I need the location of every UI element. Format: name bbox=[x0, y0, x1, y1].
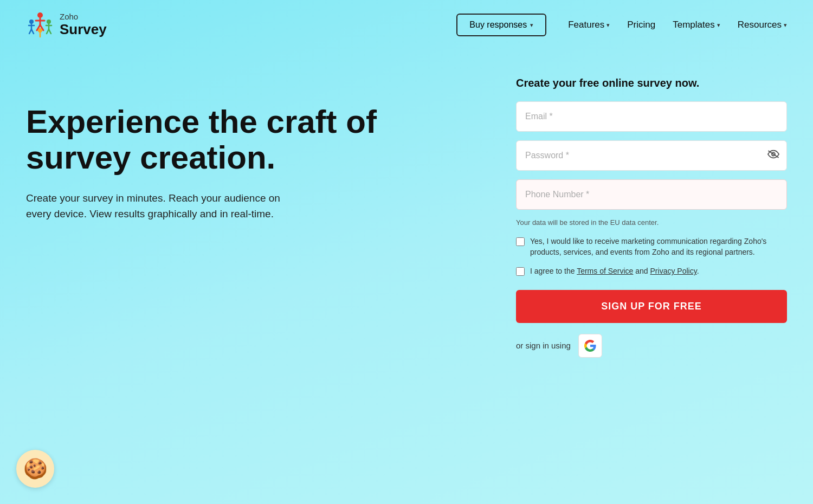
left-panel: Experience the craft of survey creation.… bbox=[26, 72, 483, 222]
main-content: Experience the craft of survey creation.… bbox=[0, 50, 813, 379]
chevron-down-icon: ▾ bbox=[530, 22, 533, 29]
logo-survey-text: Survey bbox=[60, 22, 107, 37]
sign-in-row: or sign in using bbox=[516, 334, 787, 358]
signup-button[interactable]: SIGN UP FOR FREE bbox=[516, 290, 787, 323]
logo[interactable]: Zoho Survey bbox=[26, 10, 107, 40]
nav-templates[interactable]: Templates ▾ bbox=[673, 20, 720, 30]
marketing-label: Yes, I would like to receive marketing c… bbox=[530, 236, 787, 257]
marketing-checkbox[interactable] bbox=[516, 237, 525, 246]
hero-subtitle: Create your survey in minutes. Reach you… bbox=[26, 191, 308, 222]
signup-form: Create your free online survey now. Your… bbox=[516, 72, 787, 358]
email-field-wrapper bbox=[516, 101, 787, 132]
phone-field-wrapper bbox=[516, 179, 787, 210]
navigation: Zoho Survey Buy responses ▾ Features ▾ P… bbox=[0, 0, 813, 50]
email-input[interactable] bbox=[516, 101, 787, 132]
nav-features[interactable]: Features ▾ bbox=[568, 20, 610, 30]
logo-text: Zoho Survey bbox=[60, 12, 107, 37]
nav-links: Features ▾ Pricing Templates ▾ Resources… bbox=[568, 20, 787, 30]
form-title: Create your free online survey now. bbox=[516, 77, 787, 89]
buy-responses-button[interactable]: Buy responses ▾ bbox=[456, 14, 546, 36]
hero-title: Experience the craft of survey creation. bbox=[26, 104, 483, 176]
nav-pricing[interactable]: Pricing bbox=[627, 20, 655, 30]
privacy-policy-link[interactable]: Privacy Policy bbox=[650, 267, 697, 275]
signup-label: SIGN UP FOR FREE bbox=[601, 301, 702, 312]
password-toggle-icon[interactable] bbox=[767, 150, 779, 161]
nav-resources[interactable]: Resources ▾ bbox=[738, 20, 787, 30]
logo-icon bbox=[26, 10, 54, 40]
chevron-down-icon: ▾ bbox=[717, 22, 720, 29]
logo-zoho-text: Zoho bbox=[60, 12, 107, 22]
google-signin-button[interactable] bbox=[578, 334, 602, 358]
tos-checkbox[interactable] bbox=[516, 267, 525, 276]
cookie-notice-button[interactable]: 🍪 bbox=[16, 450, 54, 488]
buy-responses-label: Buy responses bbox=[469, 20, 527, 30]
password-field-wrapper bbox=[516, 140, 787, 171]
marketing-checkbox-row: Yes, I would like to receive marketing c… bbox=[516, 236, 787, 257]
data-notice: Your data will be stored in the EU data … bbox=[516, 218, 787, 227]
svg-line-14 bbox=[49, 29, 51, 34]
chevron-down-icon: ▾ bbox=[606, 22, 610, 29]
or-sign-in-text: or sign in using bbox=[516, 341, 571, 350]
password-input[interactable] bbox=[516, 140, 787, 171]
tos-checkbox-row: I agree to the Terms of Service and Priv… bbox=[516, 266, 787, 277]
terms-of-service-link[interactable]: Terms of Service bbox=[577, 267, 633, 275]
tos-label: I agree to the Terms of Service and Priv… bbox=[530, 266, 699, 277]
chevron-down-icon: ▾ bbox=[784, 22, 787, 29]
phone-input[interactable] bbox=[516, 179, 787, 210]
svg-line-9 bbox=[31, 29, 34, 34]
